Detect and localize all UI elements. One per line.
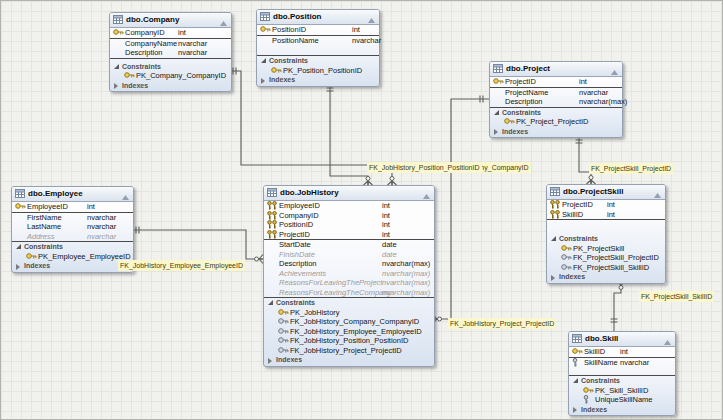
table-header[interactable]: dbo.JobHistory [264, 186, 434, 201]
expander-icon[interactable] [551, 236, 556, 241]
column-row[interactable]: EmployeeIDint [264, 201, 434, 211]
section-label: Constraints [502, 109, 541, 116]
expander-icon[interactable] [494, 129, 498, 135]
expander-icon[interactable] [261, 58, 266, 63]
section-constraints[interactable]: Constraints [110, 62, 231, 72]
table-company[interactable]: dbo.CompanyCompanyIDintCompanyNamenvarch… [109, 12, 232, 92]
expander-icon[interactable] [16, 264, 20, 270]
expander-icon[interactable] [268, 358, 272, 364]
constraint-row[interactable]: FK_JobHistory_Project_ProjectID [264, 346, 434, 356]
column-row[interactable]: Descriptionnvarchar [110, 48, 231, 59]
relationship-projectskill-project[interactable] [576, 134, 596, 184]
column-row[interactable]: Achievementsnvarchar(max) [264, 269, 434, 279]
expander-icon[interactable] [261, 78, 265, 84]
relationship-jobhistory-employee[interactable] [132, 227, 263, 264]
constraint-row[interactable]: FK_ProjectSkill_SkillID [547, 263, 665, 273]
table-employee[interactable]: dbo.EmployeeEmployeeIDintFirstNamenvarch… [11, 186, 134, 273]
relationship-label-fk-projectskill-projectid-label[interactable]: FK_ProjectSkill_ProjectID [589, 163, 673, 174]
column-row[interactable]: CompanyIDint [110, 28, 231, 39]
column-row[interactable]: FirstNamenvarchar [12, 213, 133, 223]
section-constraints[interactable]: Constraints [547, 234, 665, 244]
column-name: StartDate [279, 240, 311, 250]
column-type: nvarchar(max) [382, 259, 430, 269]
constraint-row[interactable]: PK_Project_ProjectID [490, 117, 622, 127]
column-row[interactable]: ReasonsForLeavingTheProjectnvarchar(max) [264, 278, 434, 288]
constraint-row[interactable]: FK_JobHistory_Employee_EmployeeID [264, 327, 434, 337]
table-header[interactable]: dbo.Position [257, 10, 379, 25]
expander-icon[interactable] [16, 244, 21, 249]
column-row[interactable]: ProjectIDint [264, 230, 434, 241]
section-indexes[interactable]: Indexes [547, 272, 665, 282]
column-row[interactable]: CompanyIDint [264, 211, 434, 221]
table-header[interactable]: dbo.Employee [12, 187, 133, 202]
relationship-label-fk-project-label[interactable]: FK_JobHistory_Project_ProjectID [448, 318, 556, 329]
column-row[interactable]: ProjectIDint [490, 77, 622, 88]
column-row[interactable]: SkillNamenvarchar [569, 358, 675, 368]
column-row[interactable]: Addressnvarchar [12, 232, 133, 243]
constraint-row[interactable]: PK_Company_CompanyID [110, 71, 231, 81]
column-row[interactable]: CompanyNamenvarchar [110, 39, 231, 49]
relationship-label-fk-employee-label[interactable]: FK_JobHistory_Employee_EmployeeID [118, 260, 245, 271]
section-indexes[interactable]: Indexes [569, 405, 675, 415]
column-row[interactable]: ProjectIDint [547, 200, 665, 210]
table-title: dbo.Company [126, 15, 179, 24]
constraint-row[interactable]: FK_JobHistory_Company_CompanyID [264, 317, 434, 327]
constraint-row[interactable]: PK_ProjectSkill [547, 244, 665, 254]
column-row[interactable]: PositionIDint [264, 220, 434, 230]
section-constraints[interactable]: Constraints [12, 242, 133, 252]
table-position[interactable]: dbo.PositionPositionIDintPositionNamenva… [256, 9, 380, 87]
table-skill[interactable]: dbo.SkillSkillIDintSkillNamenvarcharCons… [568, 331, 676, 416]
column-row[interactable]: SkillIDint [569, 347, 675, 358]
table-projectskill[interactable]: dbo.ProjectSkillProjectIDintSkillIDintCo… [546, 184, 666, 284]
column-row[interactable]: EmployeeIDint [12, 202, 133, 213]
relationship-label-fk-projectskill-skillid-label[interactable]: FK_ProjectSkill_SkillID [639, 291, 714, 302]
column-name: CompanyID [125, 28, 165, 38]
column-name: CompanyName [125, 39, 177, 49]
expander-icon[interactable] [573, 378, 578, 383]
constraint-row[interactable]: FK_ProjectSkill_ProjectID [547, 253, 665, 263]
relationship-projectskill-skill[interactable] [611, 281, 626, 331]
column-row[interactable]: ReasonsForLeavingTheCompanynvarchar(max) [264, 288, 434, 299]
column-row[interactable]: Descriptionnvarchar(max) [264, 259, 434, 269]
table-project[interactable]: dbo.ProjectProjectIDintProjectNamenvarch… [489, 61, 623, 138]
relationship-jobhistory-position[interactable] [327, 83, 373, 185]
table-header[interactable]: dbo.ProjectSkill [547, 185, 665, 200]
section-indexes[interactable]: Indexes [12, 261, 133, 271]
constraint-row[interactable]: PK_Employee_EmployeeID [12, 252, 133, 262]
section-constraints[interactable]: Constraints [264, 298, 434, 308]
column-row[interactable]: SkillIDint [547, 210, 665, 221]
table-header[interactable]: dbo.Skill [569, 332, 675, 347]
table-title: dbo.Project [506, 64, 550, 73]
column-row[interactable]: Descriptionnvarchar(max) [490, 97, 622, 108]
expander-icon[interactable] [494, 110, 499, 115]
expander-icon[interactable] [114, 64, 119, 69]
constraint-row[interactable]: UniqueSkillName [569, 395, 675, 405]
section-indexes[interactable]: Indexes [110, 81, 231, 91]
constraint-row[interactable]: PK_JobHistory [264, 308, 434, 318]
section-constraints[interactable]: Constraints [490, 108, 622, 118]
section-indexes[interactable]: Indexes [264, 355, 434, 365]
expander-icon[interactable] [114, 83, 118, 89]
expander-icon[interactable] [551, 275, 555, 281]
constraint-row[interactable]: PK_Position_PositionID [257, 66, 379, 76]
section-label: Indexes [559, 273, 585, 280]
section-constraints[interactable]: Constraints [257, 56, 379, 66]
relationship-label-fk-position-label[interactable]: FK_JobHistory_Position_PositionID [367, 162, 482, 173]
table-header[interactable]: dbo.Project [490, 62, 622, 77]
constraint-row[interactable]: FK_JobHistory_Position_PositionID [264, 336, 434, 346]
column-row[interactable]: FinishDatedate [264, 250, 434, 260]
section-indexes[interactable]: Indexes [257, 75, 379, 85]
relationship-jobhistory-project[interactable] [433, 96, 489, 324]
expander-icon[interactable] [268, 300, 273, 305]
column-row[interactable]: PositionIDint [257, 25, 379, 36]
constraint-row[interactable]: PK_Skill_SkillID [569, 386, 675, 396]
column-row[interactable]: StartDatedate [264, 240, 434, 250]
section-indexes[interactable]: Indexes [490, 127, 622, 137]
table-header[interactable]: dbo.Company [110, 13, 231, 28]
table-jobhistory[interactable]: dbo.JobHistoryEmployeeIDintCompanyIDintP… [263, 185, 435, 367]
section-constraints[interactable]: Constraints [569, 376, 675, 386]
expander-icon[interactable] [573, 407, 577, 413]
column-row[interactable]: LastNamenvarchar [12, 222, 133, 232]
column-row[interactable]: ProjectNamenvarchar [490, 88, 622, 98]
column-row[interactable]: PositionNamenvarchar [257, 36, 379, 46]
